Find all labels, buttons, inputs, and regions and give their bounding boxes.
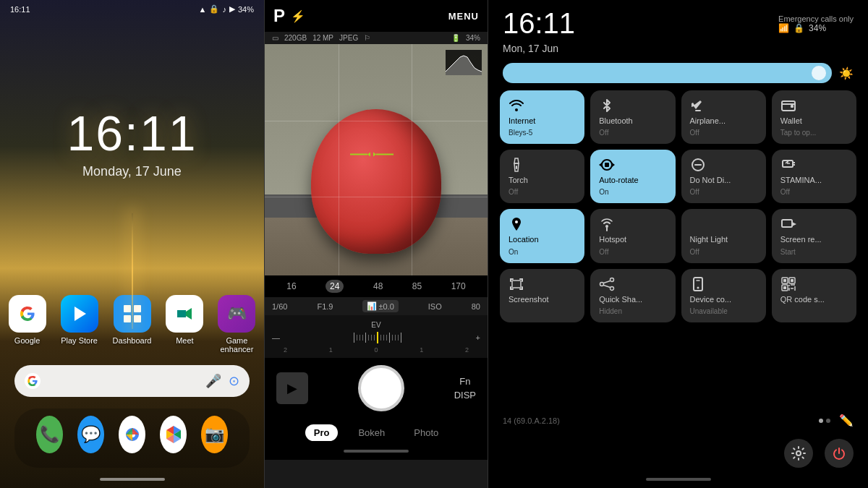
app-google[interactable]: Google <box>9 295 46 354</box>
app-meet[interactable]: Meet <box>166 295 203 354</box>
fn-button[interactable]: Fn <box>459 376 470 387</box>
qs-footer-right: ✏️ <box>819 414 854 427</box>
tile-devicecontrol-status: Unavailable <box>690 307 757 315</box>
dock-photos[interactable] <box>160 416 187 453</box>
camera-menu-button[interactable]: MENU <box>448 11 479 22</box>
tile-nightlight-name: Night Light <box>690 235 757 244</box>
camera-controls-bar: 16 24 48 85 170 <box>265 275 488 297</box>
tile-dnd[interactable]: Do Not Di... Off <box>681 150 766 203</box>
qs-footer: 14 (69.0.A.2.18) ✏️ <box>488 408 868 433</box>
qs-edit-button[interactable]: ✏️ <box>839 414 854 427</box>
focus-marker[interactable] <box>350 147 393 163</box>
tile-bluetooth[interactable]: Bluetooth Off <box>590 90 675 144</box>
hotspot-icon <box>599 216 615 232</box>
qs-power-button[interactable] <box>825 439 854 468</box>
brightness-slider[interactable] <box>503 63 832 83</box>
dock-camera[interactable]: 📷 <box>201 416 228 453</box>
focal-16[interactable]: 16 <box>286 281 296 291</box>
tile-qrcode-name: QR code s... <box>780 295 848 304</box>
camera-nav-pill <box>344 450 409 453</box>
cam-mp: 12 MP <box>312 34 333 42</box>
ev-tick <box>383 335 384 341</box>
flash-icon[interactable]: ⚡ <box>291 9 305 23</box>
search-input-display[interactable] <box>48 365 198 397</box>
aperture[interactable]: F1.9 <box>317 302 333 311</box>
cam-header-left: P ⚡ <box>273 6 305 26</box>
tile-internet-name: Internet <box>509 116 576 126</box>
app-gameenhancer[interactable]: 🎮 Game enhancer <box>218 295 255 354</box>
tile-devicecontrol[interactable]: Device co... Unavailable <box>681 269 766 322</box>
dock-chrome[interactable] <box>119 416 145 453</box>
mode-bokeh[interactable]: Bokeh <box>349 424 393 441</box>
tile-screenrec-status: Start <box>780 248 848 256</box>
app-playstore[interactable]: Play Store <box>61 295 98 354</box>
ev-tick <box>398 335 399 341</box>
ev-tick <box>354 333 354 343</box>
focal-24[interactable]: 24 <box>326 280 344 293</box>
lens-icon[interactable]: ⊙ <box>229 373 239 389</box>
mode-photo[interactable]: Photo <box>405 424 447 441</box>
qrcode-icon <box>780 276 796 292</box>
ev-ruler[interactable]: — + <box>272 332 480 343</box>
ev-numbers: 21012 <box>272 346 480 354</box>
qs-status-icons: 📶 🔒 34% <box>778 23 854 33</box>
camera-viewfinder[interactable] <box>265 44 488 275</box>
focal-85[interactable]: 85 <box>412 281 422 291</box>
tile-hotspot-name: Hotspot <box>599 235 666 244</box>
tile-screenrec[interactable]: Screen re... Start <box>772 209 856 262</box>
dock-messages[interactable]: 💬 <box>77 416 104 453</box>
qs-status-bar: 16:11 Emergency calls only 📶 🔒 34% <box>488 0 868 43</box>
tile-internet-status: Bleys-5 <box>509 129 576 137</box>
ev-tick <box>392 335 393 341</box>
tile-airplane[interactable]: Airplane... Off <box>681 90 766 144</box>
focal-170[interactable]: 170 <box>451 281 466 291</box>
tile-autorotate[interactable]: Auto-rotate On <box>590 150 675 203</box>
tile-screenshot[interactable]: Screenshot <box>500 269 584 322</box>
mode-pro[interactable]: Pro <box>305 424 339 441</box>
tile-quickshare[interactable]: Quick Sha... Hidden <box>590 269 675 322</box>
tile-location-name: Location <box>509 235 576 244</box>
brightness-thumb[interactable] <box>812 66 826 80</box>
cam-aspect-icon: ▭ <box>272 34 278 42</box>
fn-disp-buttons: Fn DISP <box>454 376 476 401</box>
svg-rect-53 <box>783 286 786 289</box>
mic-icon[interactable]: 🎤 <box>205 373 221 389</box>
search-bar[interactable]: 🎤 ⊙ <box>14 365 250 397</box>
svg-point-47 <box>697 286 699 288</box>
google-logo-search <box>25 373 41 389</box>
tile-internet[interactable]: Internet Bleys-5 <box>500 90 584 144</box>
svg-point-40 <box>610 278 614 281</box>
qs-settings-button[interactable] <box>784 439 813 468</box>
tile-devicecontrol-name: Device co... <box>690 295 757 304</box>
ev-tick <box>395 335 396 341</box>
disp-button[interactable]: DISP <box>454 390 476 401</box>
tile-torch[interactable]: Torch Off <box>500 150 584 203</box>
iso-value[interactable]: 80 <box>472 302 480 311</box>
dock-phone[interactable]: 📞 <box>36 416 63 453</box>
home-clock: 16:11 <box>67 105 197 161</box>
svg-rect-2 <box>124 305 131 312</box>
tile-nightlight[interactable]: Night Light Off <box>681 209 766 262</box>
tile-qrcode[interactable]: QR code s... <box>772 269 856 322</box>
camera-mode-tabs: Pro Bokeh Photo <box>265 419 488 450</box>
tile-screenshot-name: Screenshot <box>509 295 576 304</box>
svg-point-34 <box>515 221 518 223</box>
svg-rect-39 <box>512 281 521 288</box>
qs-nav-pill <box>646 478 711 481</box>
svg-point-41 <box>600 282 604 286</box>
focal-48[interactable]: 48 <box>373 281 383 291</box>
tile-stamina[interactable]: STAMINA... Off <box>772 150 856 203</box>
tile-hotspot[interactable]: Hotspot Off <box>590 209 675 262</box>
ev-display[interactable]: 📊 ±0.0 <box>362 300 398 312</box>
shutter-speed[interactable]: 1/60 <box>272 302 287 311</box>
tile-torch-status: Off <box>509 188 576 196</box>
app-playstore-label: Play Store <box>61 336 98 345</box>
tile-location[interactable]: Location On <box>500 209 584 262</box>
light-beam-decoration <box>132 213 133 329</box>
nightlight-icon <box>690 216 706 232</box>
tile-wallet[interactable]: Wallet Tap to op... <box>772 90 856 144</box>
shutter-button[interactable] <box>358 365 404 411</box>
brightness-row[interactable]: ☀️ <box>488 60 868 90</box>
camera-thumbnail[interactable]: ▶ <box>276 372 308 404</box>
ev-tick <box>362 335 363 341</box>
